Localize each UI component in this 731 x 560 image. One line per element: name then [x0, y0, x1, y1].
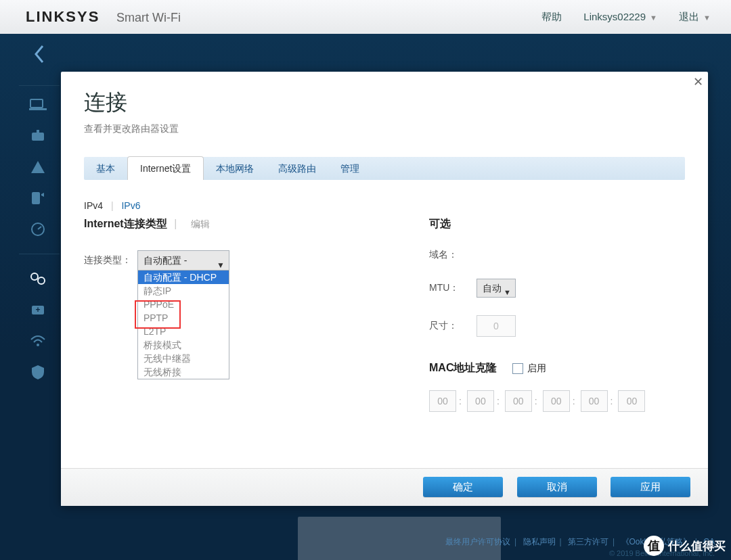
mac-octet[interactable]: 00: [618, 390, 645, 412]
domain-label: 域名：: [429, 249, 477, 261]
dropdown-list: 自动配置 - DHCP 静态IP PPPoE PPTP L2TP 桥接模式 无线…: [137, 270, 229, 379]
mac-address-input: 00: 00: 00: 00: 00: 00: [429, 390, 686, 412]
footer-link[interactable]: 最终用户许可协议: [445, 537, 510, 546]
mac-octet[interactable]: 00: [543, 390, 570, 412]
svg-rect-3: [37, 130, 39, 133]
tab-internet-settings[interactable]: Internet设置: [127, 156, 204, 180]
edit-link[interactable]: 编辑: [191, 218, 210, 229]
pppoe-highlight-box: [135, 300, 181, 329]
footer: 最终用户许可协议| 隐私声明| 第三方许可| 《Ookla隐私策略》| CA ©…: [0, 536, 731, 557]
close-icon[interactable]: ✕: [692, 76, 704, 88]
mtu-select[interactable]: 自动▼: [477, 279, 516, 298]
tab-basic[interactable]: 基本: [84, 157, 127, 180]
back-chevron-icon[interactable]: [28, 43, 50, 65]
sidebar-item-guest[interactable]: [19, 121, 57, 151]
internet-type-heading: Internet连接类型 | 编辑: [84, 217, 368, 231]
sidebar-item-connectivity[interactable]: [19, 264, 57, 294]
chevron-down-icon: ▼: [703, 14, 711, 22]
svg-rect-1: [29, 108, 47, 110]
copyright: © 2019 Belkin International, Inc.: [0, 549, 715, 557]
modal-title: 连接: [84, 88, 127, 118]
connection-type-dropdown[interactable]: 自动配置 - DHCP▼ 自动配置 - DHCP 静态IP PPPoE PPTP…: [137, 250, 229, 271]
ok-button[interactable]: 确定: [423, 477, 503, 497]
tab-bar: 基本 Internet设置 本地网络 高级路由 管理: [84, 157, 685, 180]
watermark-icon: 值: [644, 536, 664, 556]
connectivity-modal: ✕ 连接 查看并更改路由器设置 基本 Internet设置 本地网络 高级路由 …: [61, 72, 708, 506]
dropdown-option[interactable]: 无线中继器: [138, 352, 229, 365]
optional-heading: 可选: [429, 217, 686, 231]
top-bar: LINKSYS Smart Wi-Fi 帮助 Linksys02229▼ 退出▼: [0, 0, 731, 34]
work-area: + ✕ 连接 查看并更改路由器设置 基本 Internet设置 本地网络 高级路…: [0, 34, 731, 560]
enable-checkbox[interactable]: [512, 363, 523, 374]
chevron-down-icon: ▼: [650, 14, 657, 22]
tab-advanced-routing[interactable]: 高级路由: [266, 157, 328, 180]
svg-rect-4: [32, 192, 40, 204]
sidebar: +: [19, 37, 66, 388]
caret-down-icon: ▼: [504, 283, 511, 301]
dropdown-button[interactable]: 自动配置 - DHCP▼: [137, 250, 229, 271]
mac-octet[interactable]: 00: [581, 390, 608, 412]
svg-rect-0: [30, 99, 43, 108]
connection-type-label: 连接类型：: [84, 254, 135, 266]
tab-admin[interactable]: 管理: [328, 157, 372, 180]
sidebar-item-wireless[interactable]: [19, 326, 57, 356]
logout-menu[interactable]: 退出▼: [679, 11, 711, 24]
brand-logo: LINKSYS: [26, 8, 99, 26]
mac-octet[interactable]: 00: [467, 390, 494, 412]
sidebar-item-network-map[interactable]: [19, 90, 57, 120]
size-label: 尺寸：: [429, 320, 477, 332]
help-link[interactable]: 帮助: [541, 11, 562, 24]
footer-link[interactable]: 第三方许可: [568, 537, 608, 546]
svg-point-6: [31, 273, 38, 280]
tab-local-network[interactable]: 本地网络: [204, 157, 266, 180]
enable-label: 启用: [527, 363, 546, 373]
modal-button-bar: 确定 取消 应用: [61, 468, 708, 506]
sidebar-item-security[interactable]: [19, 357, 57, 387]
svg-point-10: [37, 344, 39, 346]
sidebar-item-media[interactable]: [19, 183, 57, 213]
ipv4-toggle[interactable]: IPv4: [84, 200, 103, 211]
size-input[interactable]: 0: [477, 315, 516, 337]
apply-button[interactable]: 应用: [611, 477, 690, 497]
account-menu[interactable]: Linksys02229▼: [583, 11, 657, 22]
svg-rect-2: [32, 133, 44, 141]
mac-octet[interactable]: 00: [505, 390, 532, 412]
brand-subtitle: Smart Wi-Fi: [116, 11, 181, 25]
mac-octet[interactable]: 00: [429, 390, 456, 412]
sidebar-item-speed[interactable]: [19, 214, 57, 244]
watermark: 值 什么值得买: [644, 536, 726, 556]
footer-link[interactable]: 隐私声明: [523, 537, 556, 546]
cancel-button[interactable]: 取消: [517, 477, 597, 497]
modal-subtitle: 查看并更改路由器设置: [84, 123, 179, 135]
dropdown-option[interactable]: 自动配置 - DHCP: [138, 271, 229, 284]
dropdown-option[interactable]: 无线桥接: [138, 365, 229, 379]
mac-clone-heading: MAC地址克隆: [429, 362, 497, 373]
svg-point-7: [38, 277, 45, 284]
sidebar-item-troubleshoot[interactable]: +: [19, 295, 57, 325]
dropdown-option[interactable]: 桥接模式: [138, 338, 229, 352]
mtu-label: MTU：: [429, 282, 477, 294]
ip-version-toggle: IPv4 | IPv6: [84, 200, 140, 211]
sidebar-item-parental[interactable]: [19, 152, 57, 182]
ipv6-toggle[interactable]: IPv6: [121, 200, 140, 211]
svg-text:+: +: [35, 305, 40, 314]
dropdown-option[interactable]: 静态IP: [138, 284, 229, 298]
